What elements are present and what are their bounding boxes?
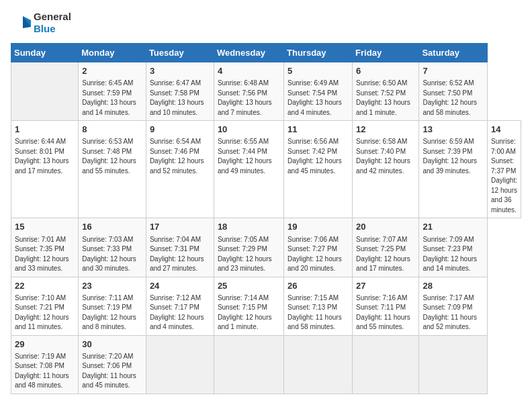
calendar-cell: 16Sunrise: 7:03 AM Sunset: 7:33 PM Dayli… xyxy=(79,218,146,277)
calendar-cell: 20Sunrise: 7:07 AM Sunset: 7:25 PM Dayli… xyxy=(353,218,419,277)
day-number: 17 xyxy=(150,221,210,233)
calendar-cell xyxy=(419,335,488,394)
day-number: 12 xyxy=(356,124,415,136)
day-number: 19 xyxy=(287,221,349,233)
day-number: 22 xyxy=(15,280,75,292)
day-info: Sunrise: 7:12 AM Sunset: 7:17 PM Dayligh… xyxy=(150,293,210,332)
page-header: General Blue xyxy=(11,11,521,35)
day-info: Sunrise: 7:17 AM Sunset: 7:09 PM Dayligh… xyxy=(423,293,484,332)
day-number: 13 xyxy=(423,124,484,136)
calendar-cell: 9Sunrise: 6:54 AM Sunset: 7:46 PM Daylig… xyxy=(146,121,214,218)
day-number: 4 xyxy=(218,65,280,77)
calendar-cell: 8Sunrise: 6:53 AM Sunset: 7:48 PM Daylig… xyxy=(79,121,146,218)
day-number: 30 xyxy=(82,338,142,351)
day-info: Sunrise: 6:58 AM Sunset: 7:40 PM Dayligh… xyxy=(356,137,415,176)
day-info: Sunrise: 6:44 AM Sunset: 8:01 PM Dayligh… xyxy=(15,137,75,176)
col-header-monday: Monday xyxy=(79,44,146,62)
day-number: 25 xyxy=(218,280,280,292)
day-info: Sunrise: 7:20 AM Sunset: 7:06 PM Dayligh… xyxy=(82,352,142,391)
calendar-cell: 12Sunrise: 6:58 AM Sunset: 7:40 PM Dayli… xyxy=(353,121,419,218)
calendar-cell: 10Sunrise: 6:55 AM Sunset: 7:44 PM Dayli… xyxy=(214,121,283,218)
calendar-cell: 3Sunrise: 6:47 AM Sunset: 7:58 PM Daylig… xyxy=(146,62,214,121)
calendar-cell: 11Sunrise: 6:56 AM Sunset: 7:42 PM Dayli… xyxy=(284,121,353,218)
calendar-cell: 18Sunrise: 7:05 AM Sunset: 7:29 PM Dayli… xyxy=(214,218,283,277)
day-number: 11 xyxy=(287,124,349,136)
week-row-2: 15Sunrise: 7:01 AM Sunset: 7:35 PM Dayli… xyxy=(11,218,521,277)
day-info: Sunrise: 7:01 AM Sunset: 7:35 PM Dayligh… xyxy=(15,235,75,274)
calendar-cell: 1Sunrise: 6:44 AM Sunset: 8:01 PM Daylig… xyxy=(11,121,79,218)
calendar-cell: 2Sunrise: 6:45 AM Sunset: 7:59 PM Daylig… xyxy=(79,62,146,121)
logo-icon xyxy=(11,13,32,32)
day-info: Sunrise: 6:54 AM Sunset: 7:46 PM Dayligh… xyxy=(150,137,210,176)
day-number: 2 xyxy=(82,65,142,77)
day-number: 18 xyxy=(218,221,280,233)
calendar-cell xyxy=(353,335,419,394)
day-info: Sunrise: 6:48 AM Sunset: 7:56 PM Dayligh… xyxy=(218,79,280,118)
logo-blue: Blue xyxy=(34,23,71,35)
logo-general: General xyxy=(34,11,71,23)
day-info: Sunrise: 6:47 AM Sunset: 7:58 PM Dayligh… xyxy=(150,79,210,118)
day-number: 14 xyxy=(491,124,517,136)
week-row-4: 29Sunrise: 7:19 AM Sunset: 7:08 PM Dayli… xyxy=(11,335,521,394)
day-info: Sunrise: 7:03 AM Sunset: 7:33 PM Dayligh… xyxy=(82,235,142,274)
day-number: 15 xyxy=(15,221,75,233)
day-number: 27 xyxy=(356,280,415,292)
calendar-header-row: SundayMondayTuesdayWednesdayThursdayFrid… xyxy=(11,44,521,62)
day-info: Sunrise: 7:05 AM Sunset: 7:29 PM Dayligh… xyxy=(218,235,280,274)
calendar-cell: 4Sunrise: 6:48 AM Sunset: 7:56 PM Daylig… xyxy=(214,62,283,121)
day-number: 16 xyxy=(82,221,142,233)
col-header-friday: Friday xyxy=(353,44,419,62)
col-header-saturday: Saturday xyxy=(419,44,488,62)
day-info: Sunrise: 6:45 AM Sunset: 7:59 PM Dayligh… xyxy=(82,79,142,118)
day-number: 8 xyxy=(82,124,142,136)
day-number: 28 xyxy=(423,280,484,292)
calendar-cell: 6Sunrise: 6:50 AM Sunset: 7:52 PM Daylig… xyxy=(353,62,419,121)
logo: General Blue xyxy=(11,11,71,35)
day-number: 3 xyxy=(150,65,210,77)
day-number: 21 xyxy=(423,221,484,233)
day-number: 7 xyxy=(423,65,484,77)
calendar-cell: 15Sunrise: 7:01 AM Sunset: 7:35 PM Dayli… xyxy=(11,218,79,277)
day-info: Sunrise: 7:15 AM Sunset: 7:13 PM Dayligh… xyxy=(287,293,349,332)
calendar-cell: 19Sunrise: 7:06 AM Sunset: 7:27 PM Dayli… xyxy=(284,218,353,277)
calendar-cell xyxy=(11,62,79,121)
day-number: 5 xyxy=(287,65,349,77)
calendar-cell: 28Sunrise: 7:17 AM Sunset: 7:09 PM Dayli… xyxy=(419,277,488,335)
calendar-cell: 30Sunrise: 7:20 AM Sunset: 7:06 PM Dayli… xyxy=(79,335,146,394)
day-info: Sunrise: 6:49 AM Sunset: 7:54 PM Dayligh… xyxy=(287,79,349,118)
calendar-cell: 21Sunrise: 7:09 AM Sunset: 7:23 PM Dayli… xyxy=(419,218,488,277)
calendar-cell: 13Sunrise: 6:59 AM Sunset: 7:39 PM Dayli… xyxy=(419,121,488,218)
day-info: Sunrise: 7:07 AM Sunset: 7:25 PM Dayligh… xyxy=(356,235,415,274)
calendar-cell: 25Sunrise: 7:14 AM Sunset: 7:15 PM Dayli… xyxy=(214,277,283,335)
day-number: 29 xyxy=(15,338,75,351)
week-row-1: 1Sunrise: 6:44 AM Sunset: 8:01 PM Daylig… xyxy=(11,121,521,218)
calendar-cell: 17Sunrise: 7:04 AM Sunset: 7:31 PM Dayli… xyxy=(146,218,214,277)
day-number: 9 xyxy=(150,124,210,136)
calendar-cell: 5Sunrise: 6:49 AM Sunset: 7:54 PM Daylig… xyxy=(284,62,353,121)
day-info: Sunrise: 7:09 AM Sunset: 7:23 PM Dayligh… xyxy=(423,235,484,274)
col-header-thursday: Thursday xyxy=(284,44,353,62)
day-number: 1 xyxy=(15,124,75,136)
calendar-cell: 7Sunrise: 6:52 AM Sunset: 7:50 PM Daylig… xyxy=(419,62,488,121)
calendar-cell xyxy=(284,335,353,394)
day-info: Sunrise: 7:06 AM Sunset: 7:27 PM Dayligh… xyxy=(287,235,349,274)
calendar-cell: 27Sunrise: 7:16 AM Sunset: 7:11 PM Dayli… xyxy=(353,277,419,335)
col-header-sunday: Sunday xyxy=(11,44,79,62)
day-info: Sunrise: 6:50 AM Sunset: 7:52 PM Dayligh… xyxy=(356,79,415,118)
col-header-tuesday: Tuesday xyxy=(146,44,214,62)
logo-container: General Blue xyxy=(11,11,71,35)
day-info: Sunrise: 7:10 AM Sunset: 7:21 PM Dayligh… xyxy=(15,293,75,332)
day-number: 20 xyxy=(356,221,415,233)
day-info: Sunrise: 6:53 AM Sunset: 7:48 PM Dayligh… xyxy=(82,137,142,176)
day-info: Sunrise: 7:04 AM Sunset: 7:31 PM Dayligh… xyxy=(150,235,210,274)
day-info: Sunrise: 7:16 AM Sunset: 7:11 PM Dayligh… xyxy=(356,293,415,332)
day-number: 26 xyxy=(287,280,349,292)
week-row-3: 22Sunrise: 7:10 AM Sunset: 7:21 PM Dayli… xyxy=(11,277,521,335)
day-info: Sunrise: 7:00 AM Sunset: 7:37 PM Dayligh… xyxy=(491,137,517,215)
day-info: Sunrise: 7:19 AM Sunset: 7:08 PM Dayligh… xyxy=(15,352,75,391)
calendar-cell xyxy=(146,335,214,394)
calendar-table: SundayMondayTuesdayWednesdayThursdayFrid… xyxy=(11,43,521,394)
calendar-cell: 24Sunrise: 7:12 AM Sunset: 7:17 PM Dayli… xyxy=(146,277,214,335)
day-info: Sunrise: 7:14 AM Sunset: 7:15 PM Dayligh… xyxy=(218,293,280,332)
day-number: 24 xyxy=(150,280,210,292)
